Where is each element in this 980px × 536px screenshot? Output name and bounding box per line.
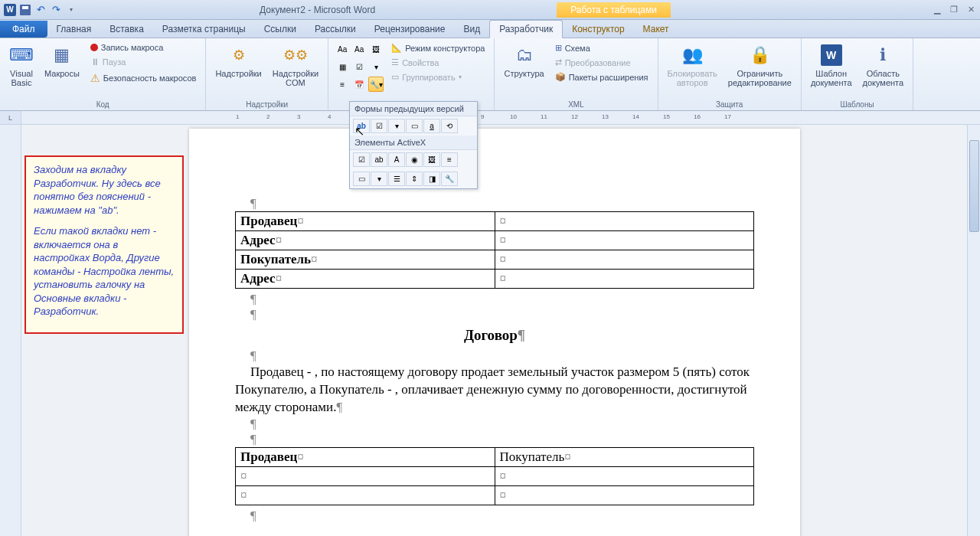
tab-table-design[interactable]: Конструктор bbox=[563, 21, 633, 38]
tab-selector[interactable]: L bbox=[0, 111, 21, 124]
legacy-shading-button[interactable]: a bbox=[423, 119, 440, 133]
group-templates-label: Шаблоны bbox=[808, 99, 906, 109]
table-row: Продавец bbox=[236, 212, 754, 231]
tab-home[interactable]: Главная bbox=[47, 21, 101, 38]
ruler-scale: 123 456 789 101112 131415 1617 bbox=[21, 111, 980, 124]
com-addins-button[interactable]: ⚙⚙ Надстройки COM bbox=[270, 41, 322, 89]
quick-access-toolbar: W ↶ ↷ ▾ bbox=[3, 3, 78, 17]
legacy-reset-button[interactable]: ⟲ bbox=[441, 119, 458, 133]
macros-button[interactable]: ▦ Макросы bbox=[41, 41, 83, 80]
activex-combobox-button[interactable]: ▾ bbox=[371, 172, 387, 186]
group-addins: ⚙ Надстройки ⚙⚙ Надстройки COM Надстройк… bbox=[206, 38, 328, 110]
table-row bbox=[236, 466, 754, 485]
macro-security-button[interactable]: ⚠Безопасность макросов bbox=[87, 70, 200, 86]
group-addins-label: Надстройки bbox=[212, 99, 322, 109]
annotation-text-1: Заходим на вкладку Разработчик. Ну здесь… bbox=[34, 163, 175, 217]
ribbon: ⌨ Visual Basic ▦ Макросы Запись макроса … bbox=[0, 38, 980, 111]
save-button[interactable] bbox=[18, 3, 32, 17]
activex-checkbox-button[interactable]: ☑ bbox=[353, 152, 370, 167]
legacy-frame-button[interactable]: ▭ bbox=[406, 119, 423, 133]
annotation-text-2: Если такой вкладки нет - включается она … bbox=[34, 224, 175, 319]
annotation-callout: Заходим на вкладку Разработчик. Ну здесь… bbox=[24, 155, 184, 334]
structure-button[interactable]: 🗂 Структура bbox=[501, 41, 547, 80]
main-area: Заходим на вкладку Разработчик. Ну здесь… bbox=[0, 125, 980, 536]
ribbon-tabs: Файл Главная Вставка Разметка страницы С… bbox=[0, 20, 980, 38]
document-panel-button[interactable]: ℹ Область документа bbox=[860, 41, 907, 89]
minimize-button[interactable]: ▁ bbox=[931, 5, 943, 15]
redo-button[interactable]: ↷ bbox=[49, 3, 63, 17]
close-button[interactable]: ✕ bbox=[965, 5, 977, 15]
activex-image-button[interactable]: 🖼 bbox=[423, 152, 440, 167]
activex-toggle-button[interactable]: ◨ bbox=[423, 172, 440, 186]
document-table-1[interactable]: Продавец Адрес Покупатель Адрес bbox=[235, 211, 754, 289]
paragraph-mark bbox=[250, 348, 754, 364]
date-picker-control-button[interactable]: 📅 bbox=[351, 77, 367, 92]
popup-legacy-forms-header: Формы предыдущих версий bbox=[350, 102, 477, 116]
app-icon[interactable]: W bbox=[3, 3, 17, 17]
group-controls: Aa Aa 🖼 ▦ ☑ ▾ ≡ 📅 🔧▾ 📐Режим конструктора bbox=[328, 38, 495, 110]
document-page[interactable]: Продавец Адрес Покупатель Адрес Договор … bbox=[189, 129, 800, 536]
table-row: Адрес bbox=[236, 270, 754, 289]
picture-control-button[interactable]: 🖼 bbox=[368, 41, 384, 57]
activex-button-button[interactable]: ▭ bbox=[353, 172, 370, 186]
block-authors-button: 👥 Блокировать авторов bbox=[665, 41, 720, 89]
dropdown-control-button[interactable]: ≡ bbox=[335, 77, 350, 92]
horizontal-ruler[interactable]: L 123 456 789 101112 131415 1617 bbox=[0, 111, 980, 125]
paragraph-mark bbox=[250, 196, 754, 211]
activex-spin-button[interactable]: ⇕ bbox=[406, 172, 423, 186]
plain-text-control-button[interactable]: Aa bbox=[351, 41, 367, 57]
expansion-packs-button[interactable]: 📦Пакеты расширения bbox=[552, 70, 652, 83]
restore-button[interactable]: ❐ bbox=[948, 5, 960, 15]
group-protect-label: Защита bbox=[665, 99, 795, 109]
legacy-tools-button[interactable]: 🔧▾ bbox=[368, 77, 384, 92]
qat-customize[interactable]: ▾ bbox=[64, 3, 78, 17]
tab-page-layout[interactable]: Разметка страницы bbox=[153, 21, 255, 38]
undo-button[interactable]: ↶ bbox=[34, 3, 47, 17]
tab-insert[interactable]: Вставка bbox=[100, 21, 153, 38]
paragraph-mark bbox=[250, 508, 754, 524]
checkbox-control-button[interactable]: ☑ bbox=[351, 59, 367, 74]
window-title: Документ2 - Microsoft Word bbox=[78, 5, 557, 15]
activex-more-button[interactable]: 🔧 bbox=[441, 172, 458, 186]
group-protect: 👥 Блокировать авторов 🔒 Ограничить редак… bbox=[658, 38, 802, 110]
restrict-editing-button[interactable]: 🔒 Ограничить редактирование bbox=[725, 41, 795, 89]
rich-text-control-button[interactable]: Aa bbox=[335, 41, 350, 57]
activex-option-button[interactable]: ◉ bbox=[406, 152, 423, 167]
vertical-ruler[interactable] bbox=[0, 125, 21, 536]
scrollbar-thumb[interactable] bbox=[969, 140, 979, 232]
legacy-checkbox-button[interactable]: ☑ bbox=[371, 119, 387, 133]
visual-basic-button[interactable]: ⌨ Visual Basic bbox=[6, 41, 37, 89]
transformation-button: ⇄Преобразование bbox=[552, 56, 652, 69]
design-mode-button[interactable]: 📐Режим конструктора bbox=[388, 41, 488, 54]
vertical-scrollbar[interactable] bbox=[967, 125, 980, 536]
document-template-button[interactable]: W Шаблон документа bbox=[808, 41, 855, 89]
legacy-text-field-button[interactable]: ab bbox=[353, 119, 370, 133]
tab-references[interactable]: Ссылки bbox=[255, 21, 305, 38]
legacy-dropdown-button[interactable]: ▾ bbox=[388, 119, 405, 133]
popup-activex-header: Элементы ActiveX bbox=[350, 136, 477, 150]
record-macro-button[interactable]: Запись макроса bbox=[87, 41, 200, 54]
activex-listbox-button[interactable]: ☰ bbox=[388, 172, 405, 186]
activex-label-button[interactable]: A bbox=[388, 152, 405, 167]
document-heading: Договор bbox=[235, 327, 754, 344]
group-templates: W Шаблон документа ℹ Область документа Ш… bbox=[802, 38, 913, 110]
tab-developer[interactable]: Разработчик bbox=[489, 20, 563, 38]
combobox-control-button[interactable]: ▾ bbox=[368, 59, 384, 74]
addins-button[interactable]: ⚙ Надстройки bbox=[212, 41, 264, 80]
contextual-tab-label: Работа с таблицами bbox=[557, 2, 671, 18]
tab-table-layout[interactable]: Макет bbox=[634, 21, 678, 38]
tab-review[interactable]: Рецензирование bbox=[365, 21, 455, 38]
document-area[interactable]: Заходим на вкладку Разработчик. Ну здесь… bbox=[21, 125, 980, 536]
tab-view[interactable]: Вид bbox=[454, 21, 489, 38]
document-paragraph: Продавец - , по настоящему договору прод… bbox=[235, 364, 754, 417]
group-code: ⌨ Visual Basic ▦ Макросы Запись макроса … bbox=[0, 38, 206, 110]
activex-scrollbar-button[interactable]: ≡ bbox=[441, 152, 458, 167]
paragraph-mark bbox=[250, 307, 754, 322]
pause-recording-button: ⏸Пауза bbox=[87, 55, 200, 69]
tab-mailings[interactable]: Рассылки bbox=[305, 21, 365, 38]
file-tab[interactable]: Файл bbox=[0, 21, 47, 38]
activex-textbox-button[interactable]: ab bbox=[371, 152, 387, 167]
document-table-2[interactable]: ПродавецПокупатель bbox=[235, 447, 754, 505]
schema-button[interactable]: ⊞Схема bbox=[552, 41, 652, 54]
building-block-control-button[interactable]: ▦ bbox=[335, 59, 350, 74]
